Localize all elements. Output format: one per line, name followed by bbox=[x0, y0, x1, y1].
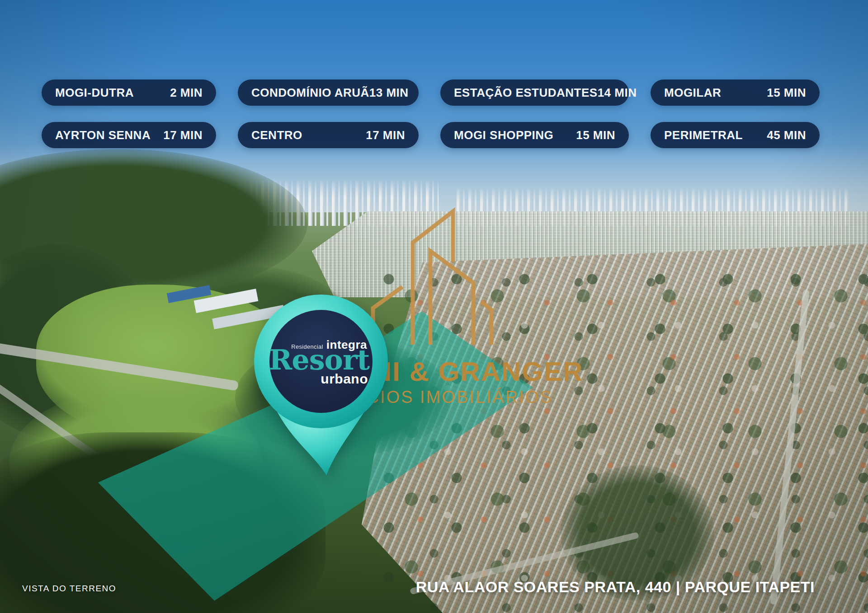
badge-place-label: MOGI-DUTRA bbox=[55, 86, 134, 100]
view-caption: VISTA DO TERRENO bbox=[22, 584, 116, 594]
badge-condominio-arua: CONDOMÍNIO ARUÃ 13 MIN bbox=[238, 80, 419, 106]
badge-time-value: 2 MIN bbox=[170, 86, 203, 100]
badge-time-value: 45 MIN bbox=[767, 128, 806, 142]
badge-place-label: PERIMETRAL bbox=[664, 128, 743, 142]
badge-time-value: 14 MIN bbox=[598, 86, 637, 100]
distance-badges-row-1: MOGI-DUTRA 2 MIN CONDOMÍNIO ARUÃ 13 MIN … bbox=[42, 80, 822, 106]
badge-ayrton-senna: AYRTON SENNA 17 MIN bbox=[42, 122, 216, 148]
badge-mogilar: MOGILAR 15 MIN bbox=[651, 80, 820, 106]
badge-time-value: 15 MIN bbox=[767, 86, 806, 100]
badge-estacao-estudantes: ESTAÇÃO ESTUDANTES 14 MIN bbox=[440, 80, 629, 106]
badge-place-label: AYRTON SENNA bbox=[55, 128, 151, 142]
badge-mogi-shopping: MOGI SHOPPING 15 MIN bbox=[440, 122, 629, 148]
badge-place-label: ESTAÇÃO ESTUDANTES bbox=[454, 86, 598, 100]
badge-time-value: 15 MIN bbox=[576, 128, 615, 142]
badge-time-value: 17 MIN bbox=[163, 128, 203, 142]
badge-place-label: MOGI SHOPPING bbox=[454, 128, 553, 142]
badge-place-label: CENTRO bbox=[251, 128, 302, 142]
badge-time-value: 13 MIN bbox=[369, 86, 409, 100]
badge-place-label: MOGILAR bbox=[664, 86, 721, 100]
distance-badges-row-2: AYRTON SENNA 17 MIN CENTRO 17 MIN MOGI S… bbox=[42, 122, 822, 148]
pin-project-qualifier: urbano bbox=[268, 371, 368, 387]
badge-perimetral: PERIMETRAL 45 MIN bbox=[651, 122, 820, 148]
badge-mogi-dutra: MOGI-DUTRA 2 MIN bbox=[42, 80, 216, 106]
badge-centro: CENTRO 17 MIN bbox=[238, 122, 419, 148]
badge-time-value: 17 MIN bbox=[366, 128, 405, 142]
address-bar: RUA ALAOR SOARES PRATA, 440 | PARQUE ITA… bbox=[416, 578, 815, 596]
badge-place-label: CONDOMÍNIO ARUÃ bbox=[251, 86, 369, 100]
